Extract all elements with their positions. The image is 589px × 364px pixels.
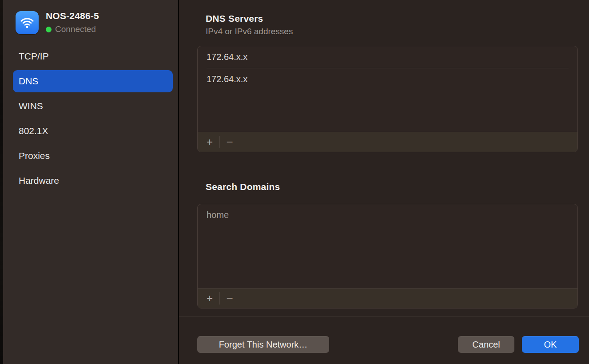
wifi-icon — [16, 11, 39, 34]
sidebar: NOS-2486-5 Connected TCP/IP DNS WINS 802… — [3, 0, 178, 364]
footer-separator — [219, 292, 220, 305]
window-edge — [0, 0, 3, 364]
forget-network-button[interactable]: Forget This Network… — [197, 336, 329, 353]
network-meta: NOS-2486-5 Connected — [46, 11, 99, 34]
sidebar-item-proxies[interactable]: Proxies — [13, 145, 173, 167]
add-search-domain-button[interactable]: + — [202, 292, 218, 305]
main-panel: DNS Servers IPv4 or IPv6 addresses 172.6… — [179, 0, 589, 364]
wifi-details-window: NOS-2486-5 Connected TCP/IP DNS WINS 802… — [0, 0, 589, 364]
sidebar-item-dns[interactable]: DNS — [13, 70, 173, 92]
search-domains-listbox: home + − — [197, 204, 578, 309]
dns-server-row[interactable]: 172.64.x.x — [198, 46, 577, 68]
sidebar-item-tcpip[interactable]: TCP/IP — [13, 45, 173, 67]
dns-servers-footer: + − — [198, 132, 577, 152]
dns-servers-title: DNS Servers — [206, 13, 263, 24]
dns-server-row[interactable]: 172.64.x.x — [198, 68, 577, 90]
search-domains-title: Search Domains — [206, 182, 280, 192]
connected-status-dot-icon — [46, 27, 52, 32]
network-header: NOS-2486-5 Connected — [16, 11, 99, 34]
remove-dns-server-button[interactable]: − — [222, 135, 238, 149]
remove-search-domain-button[interactable]: − — [222, 292, 238, 305]
cancel-button[interactable]: Cancel — [458, 336, 514, 353]
network-name: NOS-2486-5 — [46, 11, 99, 21]
dns-servers-listbox: 172.64.x.x 172.64.x.x + − — [197, 46, 578, 152]
footer-separator — [219, 136, 220, 148]
search-domains-footer: + − — [198, 288, 577, 308]
connected-status-label: Connected — [55, 24, 96, 34]
dns-servers-subtitle: IPv4 or IPv6 addresses — [206, 27, 293, 36]
sidebar-item-wins[interactable]: WINS — [13, 95, 173, 117]
add-dns-server-button[interactable]: + — [202, 135, 218, 149]
dns-servers-rows: 172.64.x.x 172.64.x.x — [198, 46, 577, 132]
sidebar-item-hardware[interactable]: Hardware — [13, 170, 173, 192]
footer-divider — [179, 316, 589, 317]
search-domain-row[interactable]: home — [198, 204, 577, 226]
sidebar-nav: TCP/IP DNS WINS 802.1X Proxies Hardware — [13, 45, 173, 194]
search-domains-rows: home — [198, 204, 577, 288]
ok-button[interactable]: OK — [522, 336, 579, 353]
sidebar-item-8021x[interactable]: 802.1X — [13, 120, 173, 142]
network-status: Connected — [46, 24, 99, 34]
